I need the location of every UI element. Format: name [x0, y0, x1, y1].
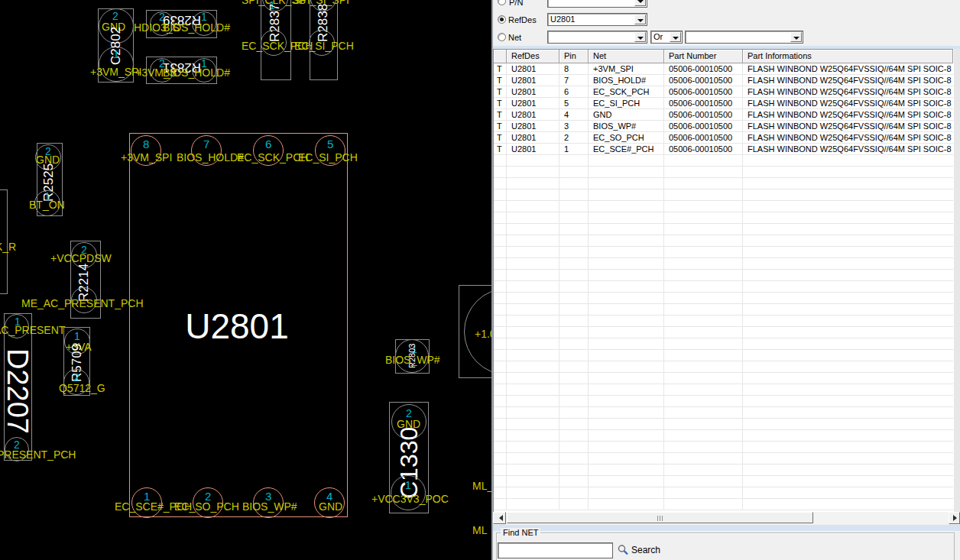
column-header-pin[interactable]: Pin [559, 50, 589, 63]
cell-net: BIOS_WP# [589, 121, 664, 132]
cell-net: EC_SI_PCH [589, 98, 664, 109]
find-net-input[interactable] [498, 542, 613, 558]
search-button[interactable]: Search [617, 544, 660, 556]
table-header-row: RefDes Pin Net Part Number Part Informat… [494, 50, 953, 63]
cell-part-info: FLASH WINBOND W25Q64FVSSIQ//64M SPI SOIC… [743, 63, 953, 75]
cell-part-number: 05006-00010500 [664, 109, 743, 121]
cell-part-info: FLASH WINBOND W25Q64FVSSIQ//64M SPI SOIC… [743, 144, 953, 155]
pn-radio[interactable] [498, 0, 506, 5]
cell-type: T [494, 63, 507, 75]
table-row-empty [494, 224, 953, 235]
net-combobox-arrow[interactable] [634, 32, 646, 42]
cell-net: EC_SCK_PCH [589, 86, 664, 98]
divider [493, 525, 960, 531]
info-panel: P/N RefDes U2801 Net Or RefDes Pin Net P… [491, 0, 960, 560]
table-row-empty [494, 247, 953, 258]
cell-type: T [494, 86, 507, 98]
table-row-empty [494, 327, 953, 338]
net-label: BIOS_WP# [242, 501, 297, 512]
table-row[interactable]: T U2801 7 BIOS_HOLD# 05006-00010500 FLAS… [494, 75, 953, 86]
net-label: +3VM_SPI [121, 152, 172, 163]
arrow-right-icon [953, 515, 960, 521]
or-combobox-arrow[interactable] [670, 32, 681, 42]
table-row-empty [494, 235, 953, 247]
or-combobox-value: Or [654, 32, 663, 42]
table-row-empty [494, 316, 953, 327]
scroll-right-button[interactable] [949, 512, 960, 524]
pin-number: 5 [327, 139, 333, 150]
cell-pin: 8 [559, 63, 589, 75]
table-row[interactable]: T U2801 5 EC_SI_PCH 05006-00010500 FLASH… [494, 98, 953, 109]
table-row[interactable]: T U2801 3 BIOS_WP# 05006-00010500 FLASH … [494, 121, 953, 132]
refdes-combobox-value: U2801 [550, 15, 575, 24]
table-row-empty [494, 499, 953, 510]
search-icon [617, 544, 629, 556]
cell-part-number: 05006-00010500 [664, 132, 743, 144]
table-row-empty [494, 465, 953, 476]
cell-refdes: U2801 [507, 109, 559, 121]
scroll-left-button[interactable] [493, 512, 506, 524]
scrollbar-thumb[interactable] [507, 512, 813, 523]
cell-part-info: FLASH WINBOND W25Q64FVSSIQ//64M SPI SOIC… [743, 86, 953, 98]
table-row[interactable]: T U2801 4 GND 05006-00010500 FLASH WINBO… [494, 109, 953, 121]
net-label: Q5712_G [59, 383, 105, 393]
table-row-empty [494, 476, 953, 487]
chevron-down-icon [637, 19, 644, 25]
pin-number: 2 [73, 372, 79, 383]
net-label: ML_ [472, 481, 491, 491]
table-row-empty [494, 350, 953, 361]
column-header-refdes[interactable]: RefDes [507, 50, 559, 63]
table-row[interactable]: T U2801 6 EC_SCK_PCH 05006-00010500 FLAS… [494, 86, 953, 98]
pn-combobox-arrow[interactable] [634, 0, 646, 6]
cell-pin: 7 [559, 75, 589, 86]
refdes-radio[interactable] [498, 15, 506, 24]
horizontal-scrollbar[interactable] [493, 512, 960, 524]
cell-refdes: U2801 [507, 75, 559, 86]
table-row-empty [494, 189, 953, 201]
cell-pin: 6 [559, 86, 589, 98]
table-row-empty [494, 201, 953, 212]
table-row-empty [494, 407, 953, 419]
column-header-part-informations[interactable]: Part Informations [743, 50, 953, 63]
cell-type: T [494, 98, 507, 109]
column-header-net[interactable]: Net [589, 50, 664, 63]
table-row[interactable]: T U2801 2 EC_SO_PCH 05006-00010500 FLASH… [494, 132, 953, 144]
net-label: ME_AC_PRESENT_PCH [21, 298, 144, 309]
cell-type: T [494, 132, 507, 144]
net-radio-label: Net [508, 33, 521, 43]
net-label: PRESENT_PCH [0, 449, 76, 460]
cell-refdes: U2801 [507, 121, 559, 132]
net-radio[interactable] [498, 33, 506, 41]
find-net-group-label: Find NET [501, 528, 540, 537]
cell-pin: 4 [559, 109, 589, 121]
net2-combobox[interactable] [685, 31, 803, 44]
cell-part-number: 05006-00010500 [664, 63, 743, 75]
table-row[interactable]: T U2801 1 EC_SCE#_PCH 05006-00010500 FLA… [494, 144, 953, 155]
pn-combobox[interactable] [547, 0, 647, 8]
cell-type: T [494, 121, 507, 132]
column-header-part-number[interactable]: Part Number [664, 50, 743, 63]
table-row-empty [494, 270, 953, 281]
table-row-empty [494, 396, 953, 407]
net-label: BIOS_HOLD# [163, 67, 230, 78]
vertical-scrollbar[interactable] [953, 49, 960, 512]
table-row-empty [494, 212, 953, 224]
cell-part-info: FLASH WINBOND W25Q64FVSSIQ//64M SPI SOIC… [743, 98, 953, 109]
or-combobox[interactable]: Or [650, 31, 683, 44]
net-label: +1.0 [475, 329, 491, 339]
table-row[interactable]: T U2801 8 +3VM_SPI 05006-00010500 FLASH … [494, 63, 953, 75]
net-label: BIOS_WP# [385, 354, 440, 365]
net-combobox[interactable] [547, 31, 647, 44]
net-label: +VCC3V3_POC [371, 494, 449, 504]
component-ref: D2207 [3, 342, 32, 440]
column-header-type[interactable] [494, 50, 507, 63]
cell-part-number: 05006-00010500 [664, 75, 743, 86]
chevron-down-icon [793, 37, 799, 43]
board-canvas[interactable]: SPI_CLK_SB SPI_SI_SPI 2 GND C2802 1 +3VM… [0, 0, 491, 560]
net2-combobox-arrow[interactable] [790, 32, 802, 42]
table-row-empty [494, 442, 953, 453]
refdes-combobox-arrow[interactable] [634, 15, 646, 24]
table-row-empty [494, 178, 953, 189]
refdes-combobox[interactable]: U2801 [547, 13, 647, 26]
cell-net: EC_SCE#_PCH [589, 144, 664, 155]
